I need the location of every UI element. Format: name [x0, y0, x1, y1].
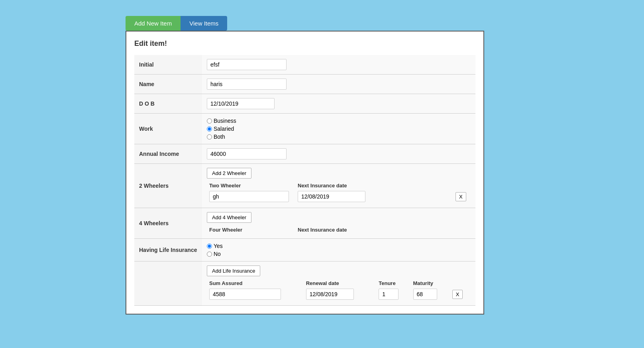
two-wheeler-remove-button[interactable]: X — [456, 192, 466, 201]
four-wheelers-label: 4 Wheelers — [134, 208, 202, 239]
dob-input[interactable] — [207, 98, 275, 109]
having-life-insurance-row: Having Life Insurance Yes No — [134, 239, 475, 261]
annual-income-input[interactable] — [207, 148, 287, 159]
work-label: Work — [134, 114, 202, 144]
sum-assured-cell — [208, 288, 304, 301]
two-wheeler-col-header: Two Wheeler — [208, 182, 295, 189]
two-wheeler-header-row: Two Wheeler Next Insurance date — [208, 182, 470, 189]
add-new-item-tab[interactable]: Add New Item — [126, 16, 181, 31]
initial-row: Initial — [134, 55, 475, 75]
life-insurance-data-row: X — [208, 288, 470, 301]
life-no-radio[interactable] — [207, 252, 212, 257]
life-insurance-details-row: Add Life Insurance Sum Assured Renewal d… — [134, 261, 475, 306]
dob-row: D O B — [134, 94, 475, 114]
tenure-col-header: Tenure — [377, 279, 410, 287]
work-both-option[interactable]: Both — [207, 134, 471, 140]
work-radio-group: Business Salaried Both — [207, 118, 471, 140]
two-wheeler-name-input[interactable] — [209, 191, 289, 202]
work-business-label: Business — [214, 118, 236, 124]
name-field-cell — [202, 75, 475, 94]
work-salaried-option[interactable]: Salaried — [207, 126, 471, 132]
sum-assured-col-header: Sum Assured — [208, 279, 304, 287]
life-insurance-sub-table: Sum Assured Renewal date Tenure Maturity — [207, 279, 471, 301]
four-wheeler-sub-table: Four Wheeler Next Insurance date — [207, 225, 471, 234]
two-wheeler-ins-date-cell — [296, 190, 453, 203]
work-salaried-label: Salaried — [214, 126, 234, 132]
four-wheeler-ins-col-header: Next Insurance date — [296, 226, 453, 234]
annual-income-row: Annual Income — [134, 144, 475, 164]
renewal-date-col-header: Renewal date — [304, 279, 377, 287]
work-field-cell: Business Salaried Both — [202, 114, 475, 144]
life-no-label: No — [214, 251, 221, 257]
name-row: Name — [134, 75, 475, 94]
work-both-label: Both — [214, 134, 225, 140]
form-title: Edit item! — [134, 39, 475, 48]
work-business-option[interactable]: Business — [207, 118, 471, 124]
tenure-input[interactable] — [379, 289, 399, 300]
work-salaried-radio[interactable] — [207, 126, 212, 132]
two-wheeler-ins-date-input[interactable] — [298, 191, 365, 202]
life-insurance-header-row: Sum Assured Renewal date Tenure Maturity — [208, 279, 470, 287]
initial-input[interactable] — [207, 59, 287, 70]
initial-field-cell — [202, 55, 475, 75]
life-no-option[interactable]: No — [207, 251, 471, 257]
life-yes-radio[interactable] — [207, 244, 212, 249]
work-business-radio[interactable] — [207, 118, 212, 124]
work-row: Work Business Salaried Both — [134, 114, 475, 144]
add-life-insurance-button[interactable]: Add Life Insurance — [207, 265, 260, 276]
page-container: Add New Item View Items Edit item! Initi… — [0, 0, 644, 315]
four-wheelers-row: 4 Wheelers Add 4 Wheeler Four Wheeler Ne… — [134, 208, 475, 239]
life-insurance-details-label — [134, 261, 202, 306]
tenure-cell — [377, 288, 410, 301]
life-yes-option[interactable]: Yes — [207, 243, 471, 249]
life-insurance-details-cell: Add Life Insurance Sum Assured Renewal d… — [202, 261, 475, 306]
having-life-insurance-field-cell: Yes No — [202, 239, 475, 261]
add-4-wheeler-button[interactable]: Add 4 Wheeler — [207, 212, 251, 223]
name-input[interactable] — [207, 79, 287, 90]
two-wheeler-remove-cell: X — [454, 190, 470, 203]
two-wheelers-row: 2 Wheelers Add 2 Wheeler Two Wheeler Nex… — [134, 164, 475, 208]
annual-income-field-cell — [202, 144, 475, 164]
form-panel: Edit item! Initial Name D O B — [126, 31, 484, 315]
four-wheeler-header-row: Four Wheeler Next Insurance date — [208, 226, 470, 234]
life-insurance-radio-group: Yes No — [207, 243, 471, 257]
two-wheelers-label: 2 Wheelers — [134, 164, 202, 208]
renewal-date-cell — [304, 288, 377, 301]
add-2-wheeler-button[interactable]: Add 2 Wheeler — [207, 168, 251, 179]
four-wheeler-col-header: Four Wheeler — [208, 226, 295, 234]
work-both-radio[interactable] — [207, 134, 212, 140]
dob-field-cell — [202, 94, 475, 114]
four-wheelers-field-cell: Add 4 Wheeler Four Wheeler Next Insuranc… — [202, 208, 475, 239]
life-yes-label: Yes — [214, 243, 223, 249]
initial-label: Initial — [134, 55, 202, 75]
two-wheeler-data-row: X — [208, 190, 470, 203]
two-wheeler-ins-col-header: Next Insurance date — [296, 182, 453, 189]
form-table: Initial Name D O B Work — [134, 55, 475, 306]
life-insurance-remove-cell: X — [451, 288, 470, 301]
maturity-col-header: Maturity — [412, 279, 450, 287]
annual-income-label: Annual Income — [134, 144, 202, 164]
life-insurance-remove-button[interactable]: X — [452, 290, 463, 299]
two-wheeler-sub-table: Two Wheeler Next Insurance date — [207, 181, 471, 204]
maturity-input[interactable] — [413, 289, 437, 300]
tabs-row: Add New Item View Items — [126, 16, 227, 31]
having-life-insurance-label: Having Life Insurance — [134, 239, 202, 261]
maturity-cell — [412, 288, 450, 301]
two-wheelers-field-cell: Add 2 Wheeler Two Wheeler Next Insurance… — [202, 164, 475, 208]
name-label: Name — [134, 75, 202, 94]
two-wheeler-name-cell — [208, 190, 295, 203]
view-items-tab[interactable]: View Items — [181, 16, 227, 31]
dob-label: D O B — [134, 94, 202, 114]
sum-assured-input[interactable] — [209, 289, 281, 300]
renewal-date-input[interactable] — [306, 289, 354, 300]
